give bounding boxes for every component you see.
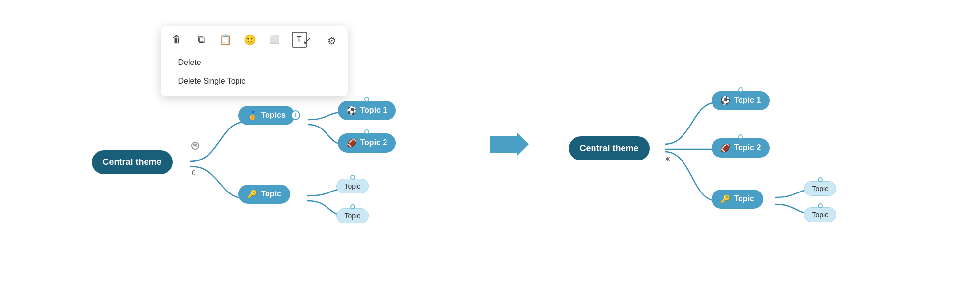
- toolbar-popup: 🗑 ⧉ 📋 🙂 ⬜ T Delete Delete Single Topic ⤢…: [161, 26, 348, 96]
- topic2-dot: [364, 129, 369, 134]
- child1-label: Topic: [345, 182, 361, 190]
- r-topic1-emoji: ⚽: [720, 96, 730, 105]
- delete-single-topic-menu-item[interactable]: Delete Single Topic: [169, 72, 340, 91]
- key-topic-label: Topic: [261, 190, 281, 198]
- left-topic1-node[interactable]: ⚽ Topic 1: [338, 101, 396, 120]
- key-emoji: 🔑: [247, 190, 257, 199]
- right-euro-sign: €: [666, 155, 670, 163]
- topics-expand-btn[interactable]: +: [291, 110, 300, 120]
- left-topic-child1[interactable]: Topic: [336, 179, 369, 193]
- left-panel: 🗑 ⧉ 📋 🙂 ⬜ T Delete Delete Single Topic ⤢…: [77, 16, 461, 272]
- r-topic2-dot: [738, 134, 743, 139]
- left-topic2-node[interactable]: 🏈 Topic 2: [338, 133, 396, 153]
- right-topic1-node[interactable]: ⚽ Topic 1: [712, 91, 770, 110]
- euro-sign: €: [192, 169, 196, 177]
- emoji-icon[interactable]: 🙂: [242, 32, 258, 48]
- r-topic1-label: Topic 1: [734, 96, 761, 105]
- share-icon[interactable]: ⤢: [299, 33, 315, 49]
- r-key-topic-label: Topic: [734, 194, 754, 203]
- left-topic-child2[interactable]: Topic: [336, 208, 369, 223]
- left-central-node[interactable]: Central theme: [92, 150, 173, 174]
- r-child1-label: Topic: [812, 185, 829, 192]
- child2-label: Topic: [345, 212, 361, 220]
- topic1-emoji: ⚽: [347, 106, 356, 115]
- right-child1[interactable]: Topic: [804, 181, 837, 196]
- right-central-label: Central theme: [569, 136, 650, 160]
- child1-dot: [350, 175, 355, 180]
- right-central-node[interactable]: Central theme: [569, 136, 650, 160]
- image-icon[interactable]: ⬜: [267, 32, 283, 48]
- left-central-label: Central theme: [92, 150, 173, 174]
- topics-label: Topics: [261, 111, 286, 120]
- topics-emoji: 🏅: [247, 111, 257, 120]
- paste-icon[interactable]: 📋: [218, 32, 234, 48]
- left-key-topic-node[interactable]: 🔑 Topic: [238, 185, 290, 204]
- svg-marker-0: [490, 133, 529, 156]
- r-child2-dot: [818, 203, 823, 208]
- left-topics-node[interactable]: 🏅 Topics +: [238, 106, 295, 125]
- right-panel: Central theme € ⚽ Topic 1 🏈 Topic 2 🔑 To…: [559, 16, 903, 272]
- arrow-between: [490, 132, 530, 157]
- main-container: 🗑 ⧉ 📋 🙂 ⬜ T Delete Delete Single Topic ⤢…: [0, 0, 980, 288]
- topic2-label: Topic 2: [360, 138, 387, 147]
- r-topic2-label: Topic 2: [734, 143, 761, 152]
- copy-icon[interactable]: ⧉: [193, 32, 209, 48]
- r-key-emoji: 🔑: [720, 194, 730, 204]
- r-child2-label: Topic: [812, 211, 829, 219]
- r-topic2-emoji: 🏈: [720, 143, 730, 153]
- topic1-dot: [364, 97, 369, 102]
- right-child2[interactable]: Topic: [804, 207, 837, 222]
- child2-dot: [350, 204, 355, 209]
- asterisk-icon: ✱: [191, 142, 199, 150]
- delete-menu-item[interactable]: Delete: [169, 53, 340, 72]
- right-topic2-node[interactable]: 🏈 Topic 2: [712, 138, 770, 158]
- right-key-topic-node[interactable]: 🔑 Topic: [712, 190, 763, 209]
- r-child1-dot: [818, 177, 823, 182]
- topic1-label: Topic 1: [360, 106, 387, 115]
- r-topic1-dot: [738, 87, 743, 92]
- topic2-emoji: 🏈: [347, 138, 356, 148]
- settings-icon[interactable]: ⚙: [324, 33, 340, 49]
- trash-icon[interactable]: 🗑: [169, 32, 184, 48]
